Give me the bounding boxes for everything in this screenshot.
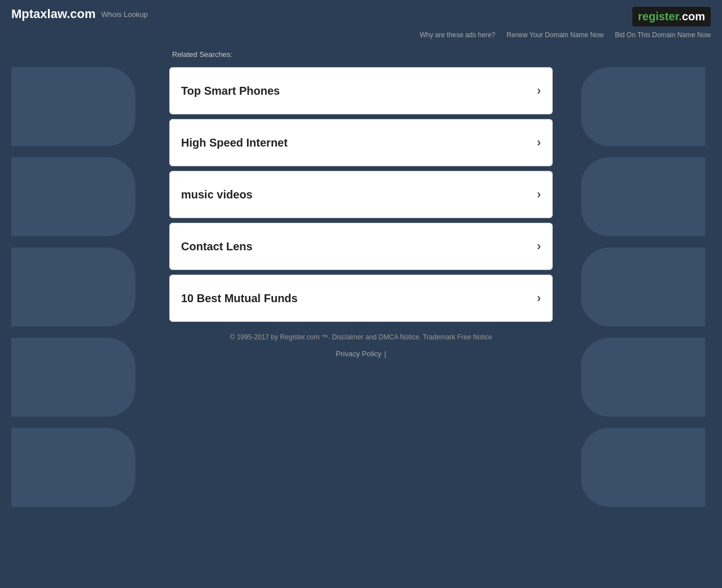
trademark-link[interactable]: Trademark Free Notice xyxy=(423,333,492,341)
renew-link[interactable]: Renew Your Domain Name Now xyxy=(507,31,604,39)
right-blob-3 xyxy=(581,247,705,326)
left-blob-5 xyxy=(11,428,135,507)
register-logo: register.com xyxy=(632,7,711,26)
logo-com-part: com xyxy=(682,10,705,23)
chevron-icon-4: › xyxy=(537,291,541,306)
left-blob-3 xyxy=(11,247,135,326)
chevron-icon-3: › xyxy=(537,239,541,254)
right-blob-2 xyxy=(581,157,705,236)
search-item-label-4: 10 Best Mutual Funds xyxy=(181,292,298,305)
logo-green-part: register xyxy=(638,10,679,23)
privacy-policy-link[interactable]: Privacy Policy xyxy=(336,350,381,358)
search-item-label-3: Contact Lens xyxy=(181,240,253,253)
register-logo-text: register.com xyxy=(638,10,705,23)
top-header: Mptaxlaw.com Whois Lookup register.com W… xyxy=(0,0,722,39)
top-right: register.com Why are these ads here? Ren… xyxy=(420,7,711,39)
search-items-list: Top Smart Phones › High Speed Internet ›… xyxy=(169,67,553,322)
bid-link[interactable]: Bid On This Domain Name Now xyxy=(615,31,711,39)
center-content: Related Searches: Top Smart Phones › Hig… xyxy=(164,50,558,369)
footer-privacy: Privacy Policy | xyxy=(180,350,542,358)
footer-separator: | xyxy=(384,350,386,358)
nav-links: Why are these ads here? Renew Your Domai… xyxy=(420,31,711,39)
left-blob-2 xyxy=(11,157,135,236)
search-item-label-2: music videos xyxy=(181,188,253,201)
right-blob-4 xyxy=(581,338,705,417)
search-item-2[interactable]: music videos › xyxy=(169,171,553,218)
copyright-text: © 1995-2017 by Register.com ™. xyxy=(230,333,330,341)
search-item-1[interactable]: High Speed Internet › xyxy=(169,119,553,166)
footer: © 1995-2017 by Register.com ™. Disclaime… xyxy=(169,322,553,369)
chevron-icon-2: › xyxy=(537,187,541,202)
related-searches-label: Related Searches: xyxy=(169,50,553,59)
search-item-label-1: High Speed Internet xyxy=(181,136,288,149)
search-item-3[interactable]: Contact Lens › xyxy=(169,223,553,270)
right-blob-5 xyxy=(581,428,705,507)
whois-link[interactable]: Whois Lookup xyxy=(102,10,148,19)
header-left: Mptaxlaw.com Whois Lookup xyxy=(11,7,148,21)
search-item-0[interactable]: Top Smart Phones › xyxy=(169,67,553,114)
main-content-wrapper: Related Searches: Top Smart Phones › Hig… xyxy=(0,39,722,535)
search-item-label-0: Top Smart Phones xyxy=(181,85,280,98)
right-blob-column xyxy=(558,50,722,524)
why-ads-link[interactable]: Why are these ads here? xyxy=(420,31,495,39)
chevron-icon-1: › xyxy=(537,135,541,150)
chevron-icon-0: › xyxy=(537,83,541,98)
site-title: Mptaxlaw.com xyxy=(11,7,96,21)
disclaimer-link[interactable]: Disclaimer and DMCA Notice. xyxy=(332,333,421,341)
left-blob-1 xyxy=(11,67,135,146)
left-blob-4 xyxy=(11,338,135,417)
left-blob-column xyxy=(0,50,164,524)
search-item-4[interactable]: 10 Best Mutual Funds › xyxy=(169,275,553,322)
right-blob-1 xyxy=(581,67,705,146)
